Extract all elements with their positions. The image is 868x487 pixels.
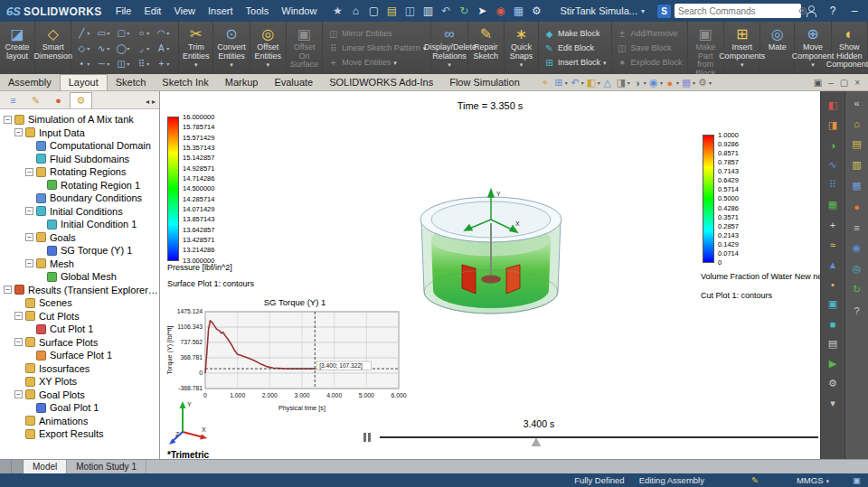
minimize-window-icon[interactable]: – <box>844 2 864 20</box>
isosurface-tool-icon[interactable]: ◑ <box>825 138 841 152</box>
quick-snaps-button[interactable]: ∗Quick Snaps▾ <box>505 22 539 74</box>
tab-evaluate[interactable]: Evaluate <box>266 75 321 90</box>
tab-assembly[interactable]: Assembly <box>0 75 60 90</box>
tree-item-initial-conditions[interactable]: −Initial Conditions <box>0 205 159 219</box>
search-commands-input[interactable] <box>678 6 797 16</box>
minimize-doc-icon[interactable]: – <box>828 78 834 88</box>
hide-show-items-button[interactable]: ◉▾ <box>647 77 663 89</box>
edit-appearance-button[interactable]: ●▾ <box>664 78 679 89</box>
print-icon[interactable]: ▥ <box>419 2 437 20</box>
design-library-icon[interactable]: ▤ <box>849 137 865 151</box>
section-view-button[interactable]: ◧▾ <box>585 77 600 89</box>
smart-dimension-button[interactable]: ◇Smart Dimension <box>35 22 71 74</box>
show-hidden-components-button[interactable]: ◐Show Hidden Components <box>832 22 868 74</box>
linear-pattern-small-tool-button[interactable]: ⠿▾ <box>136 56 154 71</box>
polygon-tool-button[interactable]: ◇▾ <box>76 41 94 56</box>
animation-tool-icon[interactable]: ▶ <box>825 357 841 370</box>
tree-item-computational-domain[interactable]: −Computational Domain <box>0 139 159 153</box>
tree-item-fluid-subdomains[interactable]: −Fluid Subdomains <box>0 153 159 166</box>
particle-study-icon[interactable]: ⠿ <box>825 178 841 192</box>
volume-parameters-icon[interactable]: ■ <box>825 317 841 331</box>
tree-item-cut-plot-1[interactable]: −Cut Plot 1 <box>0 323 159 336</box>
display-settings-icon[interactable]: ⚙ <box>825 377 841 390</box>
mesh-display-icon[interactable]: ▦ <box>825 198 841 211</box>
tree-item-goal-plots[interactable]: −Goal Plots <box>0 389 159 402</box>
offset-entities-button[interactable]: ◎Offset Entities▾ <box>250 22 287 74</box>
new-document-icon[interactable]: ▢ <box>364 2 382 20</box>
tree-item-input-data[interactable]: −Input Data <box>0 126 159 140</box>
unit-system-selector[interactable]: MMGS▾ <box>797 475 829 485</box>
previous-view-button[interactable]: ↶▾ <box>569 77 584 89</box>
surface-parameters-icon[interactable]: ▣ <box>825 297 841 311</box>
panel-tab-left-icon[interactable]: ◂ <box>146 98 149 106</box>
tree-item-scenes[interactable]: −Scenes <box>0 296 159 310</box>
file-explorer-icon[interactable]: ▥ <box>849 158 865 172</box>
tree-item-sg-torque-y-1[interactable]: −SG Torque (Y) 1 <box>0 244 159 258</box>
tree-item-xy-plots[interactable]: −XY Plots <box>0 375 159 389</box>
tree-item-boundary-conditions[interactable]: −Boundary Conditions <box>0 192 159 205</box>
tree-item-global-mesh[interactable]: −Global Mesh <box>0 270 159 284</box>
dock-pane-icon[interactable]: ▣ <box>814 78 822 88</box>
arc-tool-button[interactable]: ◠▾ <box>156 25 174 41</box>
help-icon[interactable]: ? <box>823 2 843 20</box>
dynamic-annotation-views-button[interactable]: △ <box>601 77 614 89</box>
tree-item-isosurfaces[interactable]: −Isosurfaces <box>0 362 159 376</box>
timeline-track[interactable] <box>380 436 818 438</box>
line-tool-button[interactable]: ╱▾ <box>76 25 94 41</box>
create-layout-button[interactable]: ◪Create layout <box>0 22 35 74</box>
pane-splitter-icon[interactable] <box>12 460 24 473</box>
view-settings-button[interactable]: ⚙▾ <box>696 77 712 89</box>
collapse-box-icon[interactable]: − <box>14 338 23 346</box>
report-icon[interactable]: ▤ <box>825 337 841 351</box>
tree-item-rotating-region-1[interactable]: −Rotating Region 1 <box>0 179 159 192</box>
collapse-box-icon[interactable]: − <box>14 312 23 320</box>
probe-icon[interactable]: + <box>825 218 841 231</box>
propertymanager-tab[interactable]: ✎ <box>24 92 47 108</box>
collapse-box-icon[interactable]: − <box>25 168 33 176</box>
graphics-area[interactable]: Time = 3.350 s 16.00000015.78571415.5714… <box>160 91 820 459</box>
circle-tool-button[interactable]: ○▾ <box>136 25 154 41</box>
collapse-box-icon[interactable]: − <box>4 286 12 294</box>
tree-item-goal-plot-1[interactable]: −Goal Plot 1 <box>0 401 159 415</box>
tree-item-results-transient-explorer-0-5-00[interactable]: −Results (Transient Explorer [0; 5.00 <box>0 284 159 297</box>
cut-plot-tool-icon[interactable]: ◧ <box>825 98 841 112</box>
timeline-slider-handle[interactable] <box>532 438 541 446</box>
undo-icon[interactable]: ↶ <box>437 2 455 20</box>
more-tools-icon[interactable]: ▾ <box>825 397 841 410</box>
featuremanager-tab[interactable]: ≡ <box>2 92 24 108</box>
solidworks-forum-icon[interactable]: ◉ <box>849 241 865 255</box>
restore-doc-icon[interactable]: ▢ <box>840 78 848 88</box>
trim-entities-button[interactable]: ✂Trim Entities▾ <box>179 22 213 74</box>
tree-item-surface-plot-1[interactable]: −Surface Plot 1 <box>0 349 159 362</box>
corner-rectangle-tool-button[interactable]: ▭▾ <box>96 25 114 41</box>
repair-sketch-button[interactable]: ✎Repair Sketch <box>468 22 505 74</box>
tags-icon[interactable]: ▣ <box>853 475 861 485</box>
close-doc-icon[interactable]: × <box>854 78 860 88</box>
menu-window[interactable]: Window <box>275 5 323 16</box>
tab-sketch-ink[interactable]: Sketch Ink <box>154 75 216 90</box>
pause-icon[interactable] <box>363 433 371 442</box>
menu-file[interactable]: File <box>109 5 138 16</box>
appearances-scenes-icon[interactable]: ● <box>849 200 865 213</box>
centerline-tool-button[interactable]: ─▾ <box>96 56 114 71</box>
mix-tank-3d-model[interactable]: Y X <box>410 183 574 337</box>
menu-tools[interactable]: Tools <box>240 5 276 16</box>
tree-item-animations[interactable]: −Animations <box>0 415 159 428</box>
3dexperience-search-icon[interactable]: S <box>657 5 671 18</box>
menu-edit[interactable]: Edit <box>137 5 167 16</box>
zoom-area-button[interactable]: ⊞▾ <box>552 77 568 89</box>
view-orientation-button[interactable]: ◨▾ <box>615 77 630 89</box>
tab-layout[interactable]: Layout <box>60 74 108 90</box>
displaymanager-tab[interactable]: ● <box>47 92 70 108</box>
select-cursor-icon[interactable]: ➤ <box>473 2 491 20</box>
spline-tool-button[interactable]: ∿▾ <box>96 41 114 56</box>
tree-item-export-results[interactable]: −Export Results <box>0 427 159 441</box>
insert-block-button[interactable]: ⊞Insert Block▾ <box>543 56 607 70</box>
straight-slot-tool-button[interactable]: ▢▾ <box>116 25 134 41</box>
ellipse-tool-button[interactable]: ◯▾ <box>116 41 134 56</box>
document-switcher[interactable]: StirTank Simula... ▾ <box>560 5 645 16</box>
collapse-box-icon[interactable]: − <box>25 259 33 267</box>
pane-splitter-icon[interactable] <box>0 460 12 473</box>
point-parameters-icon[interactable]: • <box>825 277 841 291</box>
sketch-fillet-tool-button[interactable]: ◞▾ <box>136 41 154 56</box>
